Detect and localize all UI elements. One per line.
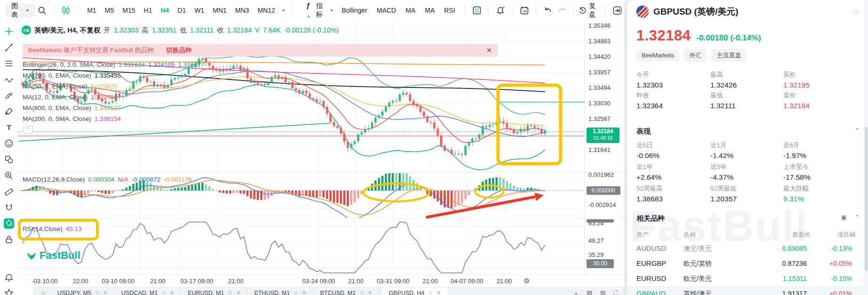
indicator-shortcut-ma[interactable]: MA xyxy=(420,7,439,14)
timeframe-button-m5[interactable]: M5 xyxy=(101,3,118,17)
tab-close-icon[interactable]: ✕ xyxy=(302,290,306,295)
related-row-eurusd[interactable]: EURUSD欧元/美元1.15311-0.10% xyxy=(627,271,864,286)
tab-panel-icon[interactable]: ▥ xyxy=(600,289,606,295)
chart-tab-eurusd[interactable]: EURUSD, M1☆✕ xyxy=(181,287,248,295)
shapes-tool-icon[interactable] xyxy=(4,154,14,165)
tab-star-icon[interactable]: ☆ xyxy=(360,290,364,295)
price-alert-icon[interactable] xyxy=(4,273,14,283)
timeframe-button-m15[interactable]: M15 xyxy=(118,3,139,17)
calendar-refresh-icon[interactable] xyxy=(517,3,531,17)
indicator-shortcut-macd[interactable]: MACD xyxy=(372,7,401,14)
indicator-shortcut-ma[interactable]: MA xyxy=(401,7,420,14)
tab-star-icon[interactable]: ☆ xyxy=(161,290,166,295)
timeframe-button-h1[interactable]: H1 xyxy=(139,3,156,17)
collapse-panel-icon[interactable] xyxy=(610,3,624,17)
related-row-audusd[interactable]: AUDUSD澳元/美元0.69085-0.13% xyxy=(627,241,864,256)
favorites-star-icon[interactable] xyxy=(4,288,14,295)
tab-star-icon[interactable]: ☆ xyxy=(228,290,233,295)
search-icon[interactable] xyxy=(35,3,49,17)
indicators-button[interactable]: ƒ＋ 指标 ▼ xyxy=(303,3,337,17)
timeframe-button-mn12[interactable]: MN12 xyxy=(253,3,279,17)
tab-close-icon[interactable]: ✕ xyxy=(368,290,372,295)
chart-tab-gbpusd[interactable]: GBPUSD, H4☆✕ xyxy=(382,287,448,295)
layout-panels-icon[interactable] xyxy=(470,3,484,17)
related-change: -0.13% xyxy=(831,245,852,252)
chart-menu-button[interactable]: 图表 ▼ xyxy=(6,3,35,17)
tab-close-icon[interactable]: ✕ xyxy=(104,290,108,295)
timeframe-button-h4[interactable]: H4 xyxy=(156,3,173,17)
perf-value: -1.97% xyxy=(783,151,806,160)
chart-tab-usdcad[interactable]: USDCAD, M1☆✕ xyxy=(115,287,181,295)
performance-collapse-icon[interactable]: ⌃ xyxy=(855,127,860,134)
brush-tool-icon[interactable] xyxy=(4,106,14,117)
top-toolbar: 图表 ▼ M1M5M15H1H4D1W1MN1MN3MN12 ▼ ƒ＋ 指标 ▼… xyxy=(0,0,624,21)
chart-tab-usdjpy[interactable]: USDJPY, M5☆✕ xyxy=(51,287,115,295)
divider xyxy=(573,6,574,15)
chart-canvas[interactable] xyxy=(18,21,624,287)
tag-chip[interactable]: 外汇 xyxy=(684,49,707,62)
candlestick-style-icon[interactable] xyxy=(59,3,73,17)
text-tool-icon[interactable]: T xyxy=(4,122,14,133)
magnet-tool-icon[interactable] xyxy=(4,202,14,213)
sidebar-scrollbar-thumb[interactable] xyxy=(865,127,868,271)
crosshair-tool-icon[interactable] xyxy=(4,26,14,37)
related-row-eurgbp[interactable]: EURGBP欧元/英镑0.87236+0.05% xyxy=(627,256,864,271)
perf-value: -1.42% xyxy=(710,151,733,160)
undo-icon[interactable] xyxy=(541,3,555,17)
emoji-tool-icon[interactable] xyxy=(4,138,14,149)
tab-star-icon[interactable]: ☆ xyxy=(95,290,100,295)
tab-star-icon[interactable]: ☆ xyxy=(294,290,298,295)
timeframe-button-mn3[interactable]: MN3 xyxy=(231,3,254,17)
replay-button[interactable]: 复盘 xyxy=(579,2,600,19)
favorite-star-icon[interactable]: ☆ xyxy=(851,7,859,17)
related-collapse-icon[interactable]: ⌃ xyxy=(855,214,860,221)
indicator-shortcut-group: BollingerMACDMAMARSI xyxy=(337,7,460,14)
tab-star-icon[interactable]: ☆ xyxy=(428,290,433,295)
tab-close-icon[interactable]: ✕ xyxy=(170,290,174,295)
panel-collapse-button[interactable]: ⌃ xyxy=(24,126,33,134)
expand-icon[interactable]: ⛶ xyxy=(613,289,618,295)
stat-label: 昨收 xyxy=(636,91,649,100)
chart-tab-ethusd[interactable]: ETHUSD, M1☆✕ xyxy=(248,287,313,295)
measure-tool-icon[interactable] xyxy=(4,186,14,197)
tab-close-icon[interactable]: ✕ xyxy=(436,290,441,295)
alert-add-icon[interactable] xyxy=(493,3,507,17)
indicator-shortcut-bollinger[interactable]: Bollinger xyxy=(337,7,372,14)
sidebar-header: GBPUSD (英镑/美元) xyxy=(636,6,739,18)
indicator-shortcut-rsi[interactable]: RSI xyxy=(439,7,459,14)
pitchfork-tool-icon[interactable] xyxy=(4,90,14,101)
broker-notice-banner: BeeMarkets 账户不支持交易 FastBull 的品种 切换品种 ✕ xyxy=(23,44,498,56)
notice-text: BeeMarkets 账户不支持交易 FastBull 的品种 xyxy=(28,46,154,55)
related-list-icon[interactable]: ▣ xyxy=(841,214,846,221)
lock-tool-icon[interactable] xyxy=(4,234,14,245)
related-col-name: 名称 xyxy=(683,231,696,239)
timeframe-button-w1[interactable]: W1 xyxy=(190,3,209,17)
timeframe-button-d1[interactable]: D1 xyxy=(173,3,190,17)
zoom-in-tool-icon[interactable] xyxy=(4,170,14,181)
timeframe-button-m1[interactable]: M1 xyxy=(83,3,100,17)
add-tab-icon[interactable]: ＋ xyxy=(573,289,579,295)
trend-line-tool-icon[interactable] xyxy=(4,42,14,53)
perf-value: -17.58% xyxy=(783,173,811,182)
switch-symbol-link[interactable]: 切换品种 xyxy=(166,46,192,55)
watchlist-star-icon[interactable]: ☆ xyxy=(33,287,51,295)
timeframes-more-chevron-icon[interactable]: ▼ xyxy=(281,8,286,13)
chart-tab-btcusd[interactable]: BTCUSD, M1☆✕ xyxy=(313,287,379,295)
perf-label: 近5日 xyxy=(636,141,653,150)
timeframe-button-mn1[interactable]: MN1 xyxy=(209,3,231,17)
close-icon[interactable]: ✕ xyxy=(486,47,492,54)
tag-chip[interactable]: 主流直盘 xyxy=(711,49,746,62)
redo-icon[interactable] xyxy=(555,3,569,17)
related-price: 1.15311 xyxy=(783,275,807,282)
axis-settings-gear-icon[interactable]: ⚙ xyxy=(523,277,530,285)
fib-lines-tool-icon[interactable] xyxy=(4,58,14,69)
tag-chip[interactable]: BeeMarkets xyxy=(636,49,679,61)
tab-layout-icon[interactable]: ▤ xyxy=(587,289,592,295)
stat-value: 1.32184 xyxy=(783,102,810,110)
perf-label: 近6月 xyxy=(783,141,800,150)
paint-bucket-tool-icon[interactable] xyxy=(4,218,14,229)
related-row-gbpaud[interactable]: GBPAUD英镑/澳元1.91317+0.01% xyxy=(627,286,864,295)
perf-label: 近5年 xyxy=(710,163,727,171)
tab-close-icon[interactable]: ✕ xyxy=(236,290,241,295)
wave-pattern-tool-icon[interactable] xyxy=(4,74,14,85)
